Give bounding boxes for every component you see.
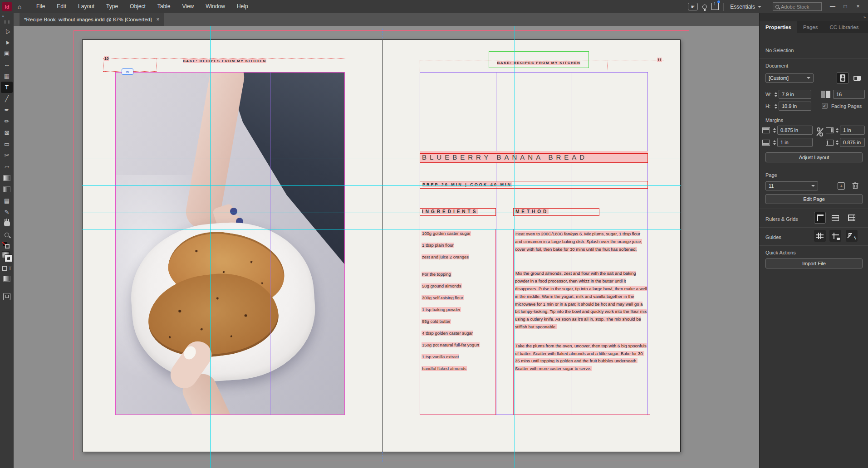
right-running-header[interactable]: BAKE: RECIPES FROM MY KITCHEN [489, 58, 589, 66]
hand-tool[interactable] [0, 218, 14, 229]
type-tool[interactable]: T [1, 82, 13, 93]
height-field[interactable]: 10.9 in [779, 102, 811, 111]
direct-selection-tool[interactable]: ▲ [0, 36, 14, 48]
height-stepper[interactable] [774, 102, 778, 111]
delete-page-button[interactable] [852, 182, 858, 190]
panel-collapse-icon[interactable]: » [863, 15, 866, 20]
menu-layout[interactable]: Layout [72, 0, 100, 13]
show-rulers-button[interactable] [814, 212, 826, 224]
margin-top-stepper[interactable] [772, 126, 776, 135]
ruler-guide-horizontal[interactable] [82, 229, 681, 229]
import-file-button[interactable]: Import File [765, 258, 863, 268]
workspace-switcher[interactable]: Essentials [728, 4, 763, 10]
scissors-tool[interactable]: ✂ [0, 150, 14, 161]
document-tab[interactable]: *Recipe Book_without images.indd @ 87% [… [20, 13, 164, 26]
lock-guides-button[interactable] [829, 230, 841, 242]
margin-left-field[interactable]: 0.875 in [840, 138, 865, 147]
menu-edit[interactable]: Edit [51, 0, 72, 13]
share-icon[interactable] [711, 3, 719, 10]
fill-stroke-swatches[interactable] [0, 250, 14, 264]
adobe-stock-search-input[interactable]: Adobe Stock [773, 2, 822, 11]
page-tool[interactable]: ▣ [0, 48, 14, 59]
learn-lightbulb-icon[interactable] [702, 5, 707, 9]
formatting-affects-container-button[interactable] [2, 266, 7, 271]
tab-pages[interactable]: Pages [797, 21, 824, 33]
menu-help[interactable]: Help [231, 0, 254, 13]
gap-tool[interactable]: ↔ [0, 59, 14, 70]
orientation-portrait-button[interactable] [837, 72, 848, 84]
window-restore-button[interactable]: □ [839, 0, 852, 13]
pencil-tool[interactable]: ✏ [0, 116, 14, 127]
linked-file-badge[interactable]: ∞ [122, 68, 133, 75]
menu-object[interactable]: Object [124, 0, 152, 13]
facing-pages-checkbox[interactable]: ✓ [822, 103, 828, 109]
adjust-layout-button[interactable]: Adjust Layout [765, 152, 863, 162]
recipe-photo-frame[interactable] [115, 72, 345, 415]
ruler-guide-horizontal[interactable] [82, 185, 681, 186]
ruler-guide-horizontal[interactable] [82, 213, 681, 213]
line-tool[interactable]: ╱ [0, 93, 14, 104]
formatting-affects-text-button[interactable]: T [9, 266, 12, 271]
margin-left-stepper[interactable] [835, 138, 839, 147]
margin-bottom-field[interactable]: 1 in [777, 138, 813, 147]
ruler-guide-horizontal[interactable] [82, 159, 681, 159]
tab-cc-libraries[interactable]: CC Libraries [824, 21, 865, 33]
window-minimize-button[interactable]: — [826, 0, 839, 13]
ruler-guide-vertical[interactable] [210, 26, 211, 468]
content-collector-tool[interactable]: ▦ [0, 70, 14, 82]
page-number-select[interactable]: 11 [765, 181, 818, 190]
pen-tool[interactable]: ✒ [0, 104, 14, 116]
note-tool[interactable]: ▤ [0, 195, 14, 206]
width-field[interactable]: 7.9 in [779, 90, 811, 99]
gradient-feather-tool[interactable] [0, 184, 14, 195]
margin-right-field[interactable]: 1 in [840, 126, 865, 135]
pages-count-field[interactable]: 16 [833, 90, 865, 99]
right-header-frame-edge [420, 60, 420, 72]
document-grid-button[interactable] [846, 212, 858, 224]
edit-page-button[interactable]: Edit Page [765, 194, 863, 204]
menu-file[interactable]: File [30, 0, 51, 13]
width-stepper[interactable] [774, 90, 778, 99]
method-paragraph: Take the plums from the oven, uncover, t… [515, 342, 648, 373]
eyedropper-tool[interactable]: ✎ [0, 206, 14, 218]
fill-stroke-swatches-small[interactable] [0, 240, 14, 250]
frame-tool[interactable]: ⊠ [0, 127, 14, 138]
smart-guides-icon: ϟ [848, 233, 855, 239]
baseline-grid-button[interactable] [829, 212, 841, 224]
menubar: Id ⌂ File Edit Layout Type Object Table … [0, 0, 868, 13]
margin-right-stepper[interactable] [835, 126, 839, 135]
right-page-number[interactable]: 11 [657, 58, 662, 62]
orientation-landscape-button[interactable] [851, 72, 863, 84]
gpu-preview-icon[interactable]: ☛ [688, 3, 698, 10]
left-running-header[interactable]: BAKE: RECIPES FROM MY KITCHEN [103, 56, 346, 64]
tools-panel-grip[interactable] [3, 20, 11, 24]
indesign-logo-icon[interactable]: Id [2, 2, 12, 11]
document-canvas[interactable]: 10 BAKE: RECIPES FROM MY KITCHEN ∞ BAKE:… [14, 26, 759, 468]
margin-bottom-stepper[interactable] [772, 138, 776, 147]
window-close-button[interactable]: × [852, 0, 864, 13]
tab-properties[interactable]: Properties [760, 21, 797, 33]
ruler-guide-vertical[interactable] [515, 26, 515, 468]
link-margins-broken-icon[interactable] [816, 127, 824, 136]
selection-tool[interactable]: △ [0, 25, 14, 36]
margin-bottom-icon [762, 140, 770, 146]
show-guides-button[interactable] [814, 230, 826, 242]
margin-top-field[interactable]: 0.875 in [777, 126, 813, 135]
method-paragraph: Heat oven to 200C/180C fan/gas 6. Mix pl… [515, 230, 648, 253]
document-preset-select[interactable]: [Custom] [765, 73, 814, 83]
zoom-tool[interactable] [0, 229, 14, 240]
apply-gradient-button[interactable] [0, 273, 14, 284]
tab-close-icon[interactable]: × [156, 16, 159, 23]
gradient-tool[interactable] [0, 172, 14, 184]
add-page-button[interactable]: + [838, 182, 845, 190]
menu-window[interactable]: Window [200, 0, 231, 13]
screen-mode-button[interactable] [0, 291, 14, 302]
smart-guides-button[interactable]: ϟ [846, 230, 858, 242]
free-transform-tool[interactable]: ▱ [0, 161, 14, 172]
home-icon[interactable]: ⌂ [16, 3, 23, 10]
menu-view[interactable]: View [176, 0, 200, 13]
menu-type[interactable]: Type [100, 0, 124, 13]
menu-table[interactable]: Table [152, 0, 177, 13]
rectangle-tool[interactable]: ▭ [0, 138, 14, 150]
tools-panel-expand-icon[interactable]: » [0, 13, 14, 20]
